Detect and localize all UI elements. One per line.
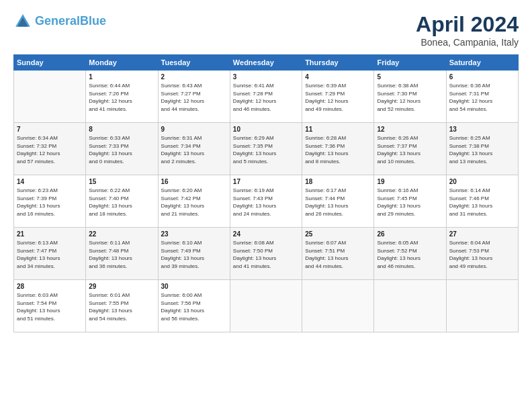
cell-detail: Sunrise: 6:03 AM Sunset: 7:54 PM Dayligh… [17,291,83,322]
day-number: 18 [305,178,371,185]
calendar-table: SundayMondayTuesdayWednesdayThursdayFrid… [13,54,519,332]
calendar-cell: 8Sunrise: 6:33 AM Sunset: 7:33 PM Daylig… [86,123,158,175]
cell-detail: Sunrise: 6:04 AM Sunset: 7:53 PM Dayligh… [449,239,515,270]
day-number: 26 [377,230,443,238]
cell-detail: Sunrise: 6:16 AM Sunset: 7:45 PM Dayligh… [377,187,443,218]
week-row-1: 1Sunrise: 6:44 AM Sunset: 7:26 PM Daylig… [14,71,519,123]
calendar-cell: 24Sunrise: 6:08 AM Sunset: 7:50 PM Dayli… [230,228,302,280]
calendar-cell: 6Sunrise: 6:36 AM Sunset: 7:31 PM Daylig… [446,71,518,123]
cell-detail: Sunrise: 6:41 AM Sunset: 7:28 PM Dayligh… [233,82,299,113]
day-number: 8 [89,126,154,133]
calendar-cell: 18Sunrise: 6:17 AM Sunset: 7:44 PM Dayli… [302,175,374,228]
cell-detail: Sunrise: 6:38 AM Sunset: 7:30 PM Dayligh… [377,82,443,113]
calendar-cell: 9Sunrise: 6:31 AM Sunset: 7:34 PM Daylig… [158,123,230,175]
day-number: 30 [161,283,227,290]
calendar-cell: 5Sunrise: 6:38 AM Sunset: 7:30 PM Daylig… [374,71,446,123]
day-number: 24 [233,230,299,238]
cell-detail: Sunrise: 6:10 AM Sunset: 7:49 PM Dayligh… [161,239,227,270]
calendar-cell: 10Sunrise: 6:29 AM Sunset: 7:35 PM Dayli… [230,123,302,175]
calendar-cell: 28Sunrise: 6:03 AM Sunset: 7:54 PM Dayli… [14,280,86,332]
calendar-cell: 14Sunrise: 6:23 AM Sunset: 7:39 PM Dayli… [14,175,86,228]
calendar-cell: 12Sunrise: 6:26 AM Sunset: 7:37 PM Dayli… [374,123,446,175]
day-number: 25 [305,230,371,238]
cell-detail: Sunrise: 6:05 AM Sunset: 7:52 PM Dayligh… [377,239,443,270]
calendar-cell: 11Sunrise: 6:28 AM Sunset: 7:36 PM Dayli… [302,123,374,175]
col-header-sunday: Sunday [14,55,86,71]
calendar-cell: 3Sunrise: 6:41 AM Sunset: 7:28 PM Daylig… [230,71,302,123]
cell-detail: Sunrise: 6:01 AM Sunset: 7:55 PM Dayligh… [89,291,154,322]
day-number: 4 [305,73,371,81]
cell-detail: Sunrise: 6:19 AM Sunset: 7:43 PM Dayligh… [233,187,299,218]
header: GeneralBlue April 2024 Bonea, Campania, … [13,12,519,48]
cell-detail: Sunrise: 6:07 AM Sunset: 7:51 PM Dayligh… [305,239,371,270]
calendar-cell: 22Sunrise: 6:11 AM Sunset: 7:48 PM Dayli… [86,228,158,280]
cell-detail: Sunrise: 6:20 AM Sunset: 7:42 PM Dayligh… [161,187,227,218]
day-number: 14 [17,178,83,185]
cell-detail: Sunrise: 6:23 AM Sunset: 7:39 PM Dayligh… [17,187,83,218]
calendar-cell: 23Sunrise: 6:10 AM Sunset: 7:49 PM Dayli… [158,228,230,280]
calendar-cell [446,280,518,332]
day-number: 23 [161,230,227,238]
day-number: 16 [161,178,227,185]
day-number: 1 [89,73,154,81]
calendar-cell: 30Sunrise: 6:00 AM Sunset: 7:56 PM Dayli… [158,280,230,332]
cell-detail: Sunrise: 6:11 AM Sunset: 7:48 PM Dayligh… [89,239,154,270]
day-number: 21 [17,230,83,238]
logo: GeneralBlue [13,12,106,31]
day-number: 13 [449,126,515,133]
day-number: 19 [377,178,443,185]
cell-detail: Sunrise: 6:22 AM Sunset: 7:40 PM Dayligh… [89,187,154,218]
cell-detail: Sunrise: 6:39 AM Sunset: 7:29 PM Dayligh… [305,82,371,113]
cell-detail: Sunrise: 6:17 AM Sunset: 7:44 PM Dayligh… [305,187,371,218]
day-number: 12 [377,126,443,133]
cell-detail: Sunrise: 6:29 AM Sunset: 7:35 PM Dayligh… [233,134,299,165]
calendar-cell: 20Sunrise: 6:14 AM Sunset: 7:46 PM Dayli… [446,175,518,228]
day-number: 11 [305,126,371,133]
day-number: 2 [161,73,227,81]
cell-detail: Sunrise: 6:00 AM Sunset: 7:56 PM Dayligh… [161,291,227,322]
calendar-cell [230,280,302,332]
cell-detail: Sunrise: 6:44 AM Sunset: 7:26 PM Dayligh… [89,82,154,113]
cell-detail: Sunrise: 6:33 AM Sunset: 7:33 PM Dayligh… [89,134,154,165]
calendar-cell: 19Sunrise: 6:16 AM Sunset: 7:45 PM Dayli… [374,175,446,228]
col-header-saturday: Saturday [446,55,518,71]
calendar-cell: 26Sunrise: 6:05 AM Sunset: 7:52 PM Dayli… [374,228,446,280]
day-number: 10 [233,126,299,133]
cell-detail: Sunrise: 6:08 AM Sunset: 7:50 PM Dayligh… [233,239,299,270]
day-number: 20 [449,178,515,185]
day-number: 5 [377,73,443,81]
calendar-cell: 29Sunrise: 6:01 AM Sunset: 7:55 PM Dayli… [86,280,158,332]
cell-detail: Sunrise: 6:43 AM Sunset: 7:27 PM Dayligh… [161,82,227,113]
day-number: 7 [17,126,83,133]
day-number: 9 [161,126,227,133]
day-number: 27 [449,230,515,238]
header-row: SundayMondayTuesdayWednesdayThursdayFrid… [14,55,519,71]
calendar-cell: 1Sunrise: 6:44 AM Sunset: 7:26 PM Daylig… [86,71,158,123]
page: GeneralBlue April 2024 Bonea, Campania, … [0,0,532,411]
cell-detail: Sunrise: 6:31 AM Sunset: 7:34 PM Dayligh… [161,134,227,165]
calendar-cell: 25Sunrise: 6:07 AM Sunset: 7:51 PM Dayli… [302,228,374,280]
day-number: 29 [89,283,154,290]
cell-detail: Sunrise: 6:34 AM Sunset: 7:32 PM Dayligh… [17,134,83,165]
day-number: 22 [89,230,154,238]
calendar-cell: 2Sunrise: 6:43 AM Sunset: 7:27 PM Daylig… [158,71,230,123]
calendar-cell: 7Sunrise: 6:34 AM Sunset: 7:32 PM Daylig… [14,123,86,175]
cell-detail: Sunrise: 6:14 AM Sunset: 7:46 PM Dayligh… [449,187,515,218]
title-block: April 2024 Bonea, Campania, Italy [416,12,519,48]
week-row-4: 21Sunrise: 6:13 AM Sunset: 7:47 PM Dayli… [14,228,519,280]
calendar-cell [302,280,374,332]
cell-detail: Sunrise: 6:36 AM Sunset: 7:31 PM Dayligh… [449,82,515,113]
calendar-cell: 21Sunrise: 6:13 AM Sunset: 7:47 PM Dayli… [14,228,86,280]
calendar-cell: 17Sunrise: 6:19 AM Sunset: 7:43 PM Dayli… [230,175,302,228]
calendar-cell: 15Sunrise: 6:22 AM Sunset: 7:40 PM Dayli… [86,175,158,228]
calendar-cell: 27Sunrise: 6:04 AM Sunset: 7:53 PM Dayli… [446,228,518,280]
calendar-cell: 16Sunrise: 6:20 AM Sunset: 7:42 PM Dayli… [158,175,230,228]
day-number: 15 [89,178,154,185]
logo-text: GeneralBlue [35,15,106,28]
day-number: 6 [449,73,515,81]
col-header-tuesday: Tuesday [158,55,230,71]
calendar-cell [14,71,86,123]
calendar-cell: 13Sunrise: 6:25 AM Sunset: 7:38 PM Dayli… [446,123,518,175]
week-row-3: 14Sunrise: 6:23 AM Sunset: 7:39 PM Dayli… [14,175,519,228]
calendar-cell: 4Sunrise: 6:39 AM Sunset: 7:29 PM Daylig… [302,71,374,123]
